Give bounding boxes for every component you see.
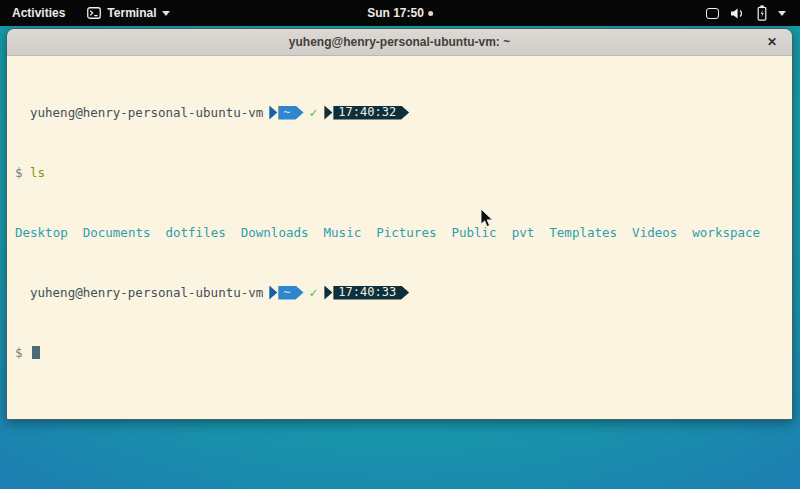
clock-button[interactable]: Sun 17:50 <box>367 0 433 26</box>
prompt-time-segment: 17:40:32 <box>333 106 409 120</box>
chevron-down-icon <box>778 11 786 16</box>
powerline-chevron-icon <box>324 106 332 120</box>
close-button[interactable]: ✕ <box>763 33 781 51</box>
terminal-window: yuheng@henry-personal-ubuntu-vm: ~ ✕ yuh… <box>6 28 793 420</box>
ls-output-line: Desktop Documents dotfiles Downloads Mus… <box>15 225 784 240</box>
prompt-char: $ <box>15 345 23 360</box>
command-line: $ ls <box>15 165 784 180</box>
prompt-user: yuheng@henry-personal-ubuntu-vm <box>30 285 263 300</box>
typed-command: ls <box>30 165 45 180</box>
current-input-line: $ <box>15 345 784 360</box>
prompt-time: 17:40:32 <box>338 105 396 120</box>
status-check-icon: ✓ <box>310 105 318 120</box>
battery-charging-icon <box>757 5 767 21</box>
chevron-down-icon <box>162 11 170 16</box>
system-status-area[interactable] <box>698 0 794 26</box>
powerline-chevron-icon <box>269 106 277 120</box>
display-icon <box>706 8 719 19</box>
app-menu-label: Terminal <box>107 6 156 20</box>
terminal-content[interactable]: yuheng@henry-personal-ubuntu-vm ~ ✓ 17:4… <box>7 56 792 419</box>
powerline-chevron-icon <box>324 286 332 300</box>
directory-listing: Desktop Documents dotfiles Downloads Mus… <box>15 225 760 240</box>
prompt-char: $ <box>15 165 23 180</box>
prompt-cwd: ~ <box>283 105 290 120</box>
powerline-chevron-icon <box>269 286 277 300</box>
status-check-icon: ✓ <box>310 285 318 300</box>
window-titlebar[interactable]: yuheng@henry-personal-ubuntu-vm: ~ ✕ <box>7 29 792 56</box>
prompt-time-segment: 17:40:33 <box>333 286 409 300</box>
app-menu-terminal[interactable]: Terminal <box>77 0 180 26</box>
prompt-user: yuheng@henry-personal-ubuntu-vm <box>30 105 263 120</box>
prompt-line: yuheng@henry-personal-ubuntu-vm ~ ✓ 17:4… <box>15 105 784 120</box>
activities-button[interactable]: Activities <box>0 0 77 26</box>
volume-icon <box>730 7 746 20</box>
prompt-cwd-segment: ~ <box>278 286 303 300</box>
window-title: yuheng@henry-personal-ubuntu-vm: ~ <box>289 35 510 49</box>
clock-label: Sun 17:50 <box>367 6 424 20</box>
text-cursor <box>32 346 40 359</box>
prompt-line: yuheng@henry-personal-ubuntu-vm ~ ✓ 17:4… <box>15 285 784 300</box>
terminal-icon <box>87 7 101 19</box>
gnome-top-bar: Activities Terminal Sun 17:50 <box>0 0 800 26</box>
notification-dot-icon <box>428 11 433 16</box>
prompt-time: 17:40:33 <box>338 285 396 300</box>
mouse-cursor <box>480 208 494 229</box>
prompt-cwd: ~ <box>283 285 290 300</box>
prompt-cwd-segment: ~ <box>278 106 303 120</box>
